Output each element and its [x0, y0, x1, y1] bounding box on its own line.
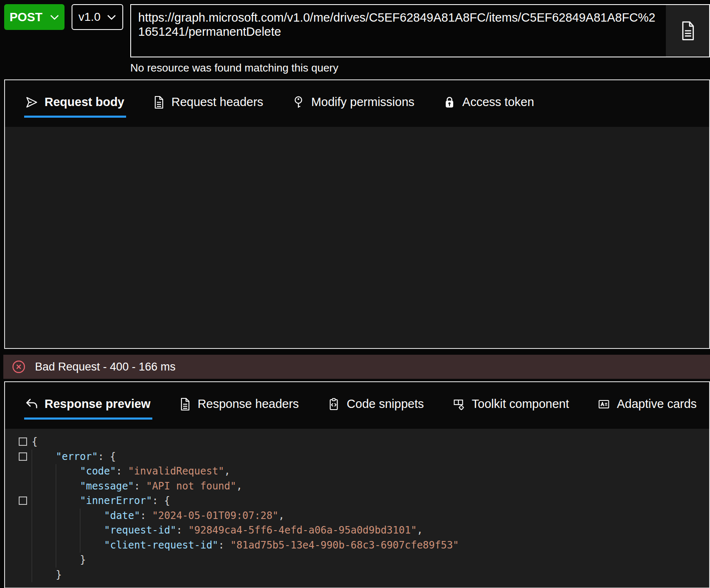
json-key: "request-id": [104, 524, 176, 536]
key-icon: [292, 96, 305, 109]
tab-request-body[interactable]: Request body: [24, 89, 126, 118]
fold-toggle[interactable]: [19, 497, 27, 505]
chevron-down-icon: [107, 15, 116, 20]
tab-response-preview[interactable]: Response preview: [24, 391, 152, 420]
indent-guide: [56, 523, 80, 538]
json-key: "error": [56, 451, 98, 462]
code-snippet-icon: [327, 398, 340, 411]
tab-request-headers[interactable]: Request headers: [152, 89, 265, 118]
tab-label: Code snippets: [347, 397, 424, 411]
indent-guide: [32, 538, 56, 553]
response-preview-editor[interactable]: {"error": {"code": "invalidRequest","mes…: [5, 429, 709, 588]
json-punctuation: ,: [236, 480, 242, 492]
code-line: "error": {: [5, 450, 709, 464]
json-punctuation: :: [176, 524, 188, 536]
code-line: "innerError": {: [5, 494, 709, 509]
tab-label: Toolkit component: [472, 397, 569, 411]
tab-label: Access token: [462, 95, 534, 109]
indent-guide: [32, 494, 56, 509]
tab-label: Modify permissions: [311, 95, 415, 109]
url-input[interactable]: https://graph.microsoft.com/v1.0/me/driv…: [131, 5, 666, 57]
document-icon: [153, 96, 165, 109]
tab-label: Response headers: [198, 397, 299, 411]
graph-explorer-window: POST v1.0 https://graph.microsoft.com/v1…: [0, 0, 710, 588]
url-hint-text: No resource was found matching this quer…: [130, 62, 710, 74]
indent-guide: [56, 509, 80, 524]
error-circle-icon: [12, 360, 26, 374]
response-status-bar: Bad Request - 400 - 166 ms: [3, 355, 710, 379]
json-punctuation: :: [218, 539, 231, 551]
code-line: }: [5, 568, 709, 583]
indent-guide: [32, 509, 56, 524]
indent-guide: [56, 464, 80, 479]
reply-arrow-icon: [25, 398, 38, 411]
tab-label: Response preview: [45, 397, 151, 411]
json-string: "API not found": [146, 480, 236, 492]
send-icon: [25, 96, 38, 109]
lock-icon: [443, 96, 456, 109]
json-key: "message": [80, 480, 134, 492]
json-key: "code": [80, 465, 116, 477]
json-punctuation: :: [134, 480, 146, 492]
tab-response-headers[interactable]: Response headers: [178, 391, 300, 420]
document-icon: [179, 398, 191, 411]
code-line: }: [5, 553, 709, 568]
indent-guide: [32, 450, 56, 464]
response-tab-list: Response previewResponse headersCode sni…: [5, 382, 709, 429]
request-tab-list: Request bodyRequest headersModify permis…: [5, 80, 709, 127]
json-punctuation: ,: [224, 465, 230, 477]
indent-guide: [56, 553, 80, 568]
indent-guide: [56, 479, 80, 494]
chevron-down-icon: [50, 15, 59, 20]
json-punctuation: }: [80, 554, 86, 566]
json-punctuation: : {: [152, 495, 170, 506]
json-punctuation: {: [32, 436, 37, 447]
code-line: {: [5, 435, 709, 450]
json-string: "2024-05-01T09:07:28": [152, 510, 278, 521]
tab-modify-permissions[interactable]: Modify permissions: [291, 89, 416, 118]
json-punctuation: :: [116, 465, 128, 477]
method-dropdown[interactable]: POST: [4, 4, 65, 30]
status-text: Bad Request - 400 - 166 ms: [35, 361, 176, 373]
fold-toggle[interactable]: [19, 437, 27, 446]
json-key: "innerError": [80, 495, 152, 506]
code-line: "date": "2024-05-01T09:07:28",: [5, 509, 709, 524]
fold-toggle[interactable]: [19, 452, 27, 461]
json-string: "81ad75b5-13e4-990b-68c3-6907cfe89f53": [230, 539, 459, 551]
docs-button[interactable]: [666, 5, 709, 57]
json-key: "date": [104, 510, 140, 521]
request-body-editor[interactable]: [5, 127, 709, 348]
code-line: "request-id": "92849ca4-5ff6-4efd-a06a-9…: [5, 523, 709, 538]
json-punctuation: ,: [278, 510, 284, 521]
indent-guide: [80, 538, 104, 553]
tab-label: Request body: [45, 95, 124, 109]
json-key: "client-request-id": [104, 539, 218, 551]
indent-guide: [80, 509, 104, 524]
code-line: "message": "API not found",: [5, 479, 709, 494]
tab-access-token[interactable]: Access token: [442, 89, 536, 118]
tab-label: Request headers: [171, 95, 263, 109]
method-label: POST: [10, 10, 42, 24]
json-punctuation: : {: [98, 451, 116, 462]
url-input-container: https://graph.microsoft.com/v1.0/me/driv…: [130, 4, 710, 57]
toolkit-icon: [452, 398, 466, 411]
version-dropdown[interactable]: v1.0: [72, 4, 123, 30]
tab-label: Adaptive cards: [617, 397, 697, 411]
indent-guide: [32, 464, 56, 479]
request-bar: POST v1.0 https://graph.microsoft.com/v1…: [0, 0, 710, 57]
indent-guide: [56, 494, 80, 509]
json-punctuation: ,: [417, 524, 422, 536]
json-punctuation: }: [56, 569, 62, 581]
tab-code-snippets[interactable]: Code snippets: [326, 391, 425, 420]
tab-adaptive-cards[interactable]: Adaptive cards: [596, 391, 698, 420]
code-line: "code": "invalidRequest",: [5, 464, 709, 479]
indent-guide: [56, 538, 80, 553]
version-label: v1.0: [79, 10, 101, 24]
json-string: "invalidRequest": [128, 465, 224, 477]
json-punctuation: :: [140, 510, 152, 521]
indent-guide: [32, 523, 56, 538]
response-section: Response previewResponse headersCode sni…: [4, 381, 710, 588]
json-string: "92849ca4-5ff6-4efd-a06a-95a0d9bd3101": [188, 524, 417, 536]
tab-toolkit-component[interactable]: Toolkit component: [452, 391, 571, 420]
indent-guide: [32, 479, 56, 494]
